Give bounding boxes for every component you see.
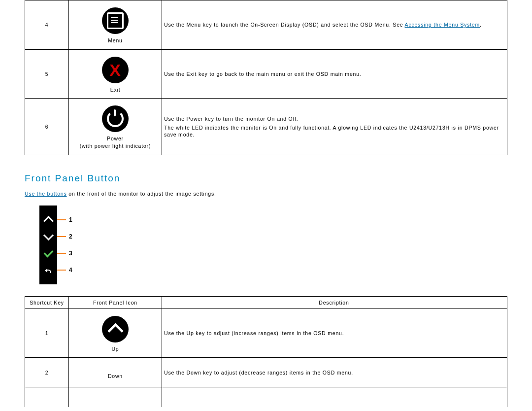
up-icon xyxy=(102,316,129,342)
icon-label: Power (with power light indicator) xyxy=(80,135,151,149)
table-row: 1 Up Use the Up key to adjust (increase … xyxy=(25,308,507,358)
description-text: Use the Exit key to go back to the main … xyxy=(164,71,362,77)
col-header: Front Panel Icon xyxy=(69,296,162,308)
callout-number: 1 xyxy=(69,216,72,223)
exit-icon: X xyxy=(102,57,129,83)
icon-cell: Power (with power light indicator) xyxy=(69,99,162,155)
osd-keys-table: 4 Menu Use the Menu key to launch the On… xyxy=(25,0,507,155)
menu-icon xyxy=(102,7,129,34)
description-cell: Use the Power key to turn the monitor On… xyxy=(162,99,507,155)
diagram-labels: 1 2 3 4 xyxy=(57,206,72,284)
col-header: Description xyxy=(162,296,507,308)
callout-number: 3 xyxy=(69,250,72,257)
callout-number: 4 xyxy=(69,267,72,274)
power-icon xyxy=(102,105,129,132)
back-icon xyxy=(45,268,52,273)
table-row: 2 Down Use the Down key to adjust (decre… xyxy=(25,358,507,387)
description-cell: Use the Exit key to go back to the main … xyxy=(162,49,507,99)
description-text: The white LED indicates the monitor is O… xyxy=(164,124,504,138)
use-the-buttons-link[interactable]: Use the buttons xyxy=(25,191,67,197)
callout-line xyxy=(57,270,66,271)
callout-number: 2 xyxy=(69,233,72,240)
callout-line xyxy=(57,236,66,237)
callout-line xyxy=(57,253,66,254)
table-header-row: Shortcut Key Front Panel Icon Descriptio… xyxy=(25,296,507,308)
description-text: Use the Power key to turn the monitor On… xyxy=(164,115,504,122)
row-number: 2 xyxy=(25,358,69,387)
table-row: 5 X Exit Use the Exit key to go back to … xyxy=(25,49,507,99)
icon-label: Menu xyxy=(108,37,122,44)
section-heading: Front Panel Button xyxy=(25,173,507,184)
col-header: Shortcut Key xyxy=(25,296,69,308)
icon-cell: Up xyxy=(69,308,162,358)
icon-label: Down xyxy=(108,373,123,380)
description-cell: Use the Up key to adjust (increase range… xyxy=(162,308,507,358)
description-text: Use the Menu key to launch the On-Screen… xyxy=(164,22,405,28)
icon-label: Up xyxy=(111,345,119,353)
row-number: 5 xyxy=(25,49,69,99)
icon-label: Exit xyxy=(110,86,121,94)
table-row: 4 Menu Use the Menu key to launch the On… xyxy=(25,0,507,50)
row-number: 6 xyxy=(25,99,69,155)
row-number: 1 xyxy=(25,308,69,358)
icon-cell: Down xyxy=(69,358,162,387)
description-text: Use the Up key to adjust (increase range… xyxy=(164,330,344,336)
down-icon xyxy=(43,230,53,240)
front-panel-diagram: 1 2 3 4 xyxy=(39,206,72,284)
icon-cell: X Exit xyxy=(69,49,162,99)
table-row: 6 Power (with power light indicator) Use… xyxy=(25,99,507,155)
description-cell: Use the Menu key to launch the On-Screen… xyxy=(162,0,507,50)
button-strip xyxy=(39,206,57,284)
icon-cell: Menu xyxy=(69,0,162,50)
callout-line xyxy=(57,219,66,220)
row-number: 4 xyxy=(25,0,69,50)
accessing-menu-link[interactable]: Accessing the Menu System xyxy=(405,22,480,28)
description-text: Use the Down key to adjust (decrease ran… xyxy=(164,370,353,376)
ok-icon xyxy=(43,247,53,257)
description-cell: Use the Down key to adjust (decrease ran… xyxy=(162,358,507,387)
up-icon xyxy=(43,216,53,226)
front-panel-table: Shortcut Key Front Panel Icon Descriptio… xyxy=(25,296,507,407)
intro-paragraph: Use the buttons on the front of the moni… xyxy=(25,191,507,197)
table-row xyxy=(25,387,507,408)
